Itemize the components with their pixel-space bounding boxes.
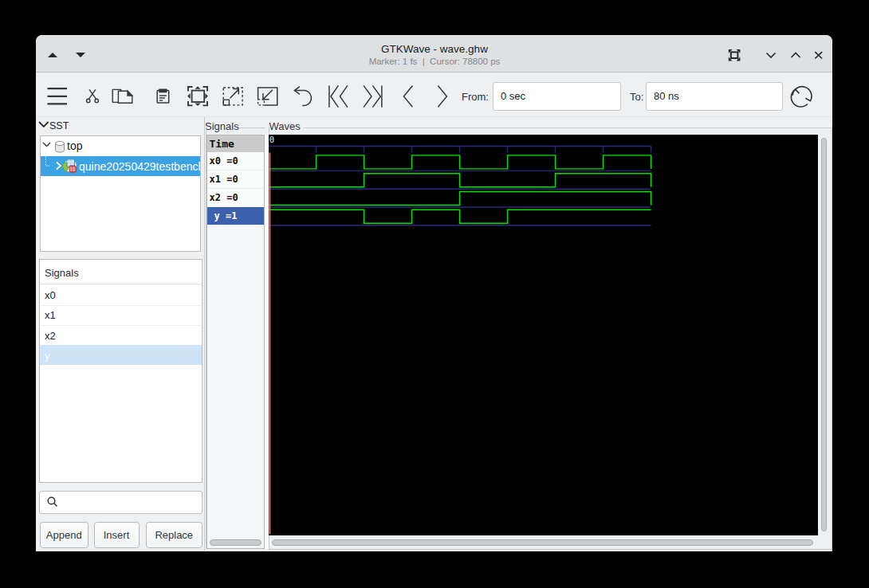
svg-text:0: 0 <box>269 135 274 144</box>
